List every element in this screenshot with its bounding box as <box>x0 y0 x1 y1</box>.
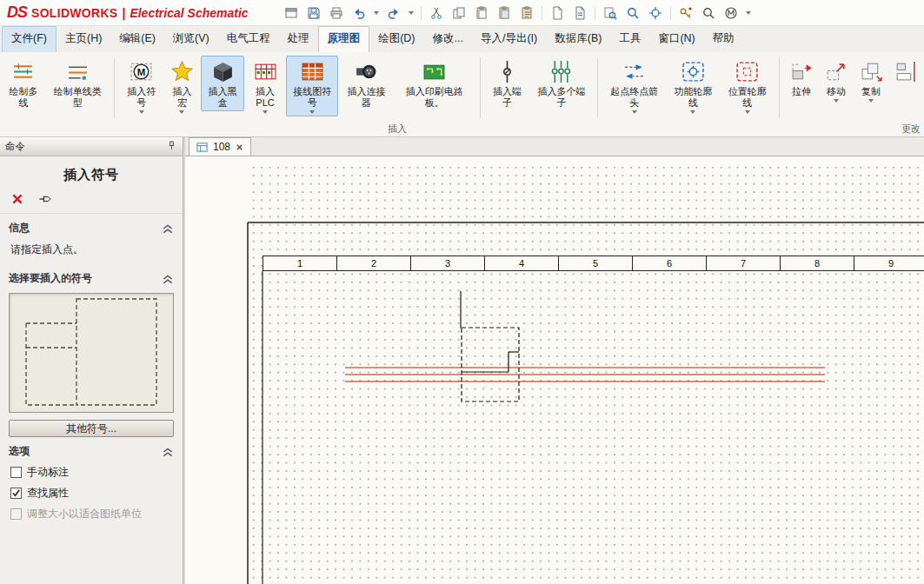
insert-plc-button[interactable]: 插入PLC <box>246 56 284 116</box>
duplicate-icon <box>858 58 884 84</box>
menu-tab-import-export[interactable]: 导入/导出(I) <box>472 26 546 52</box>
redo-dropdown-icon[interactable] <box>409 11 414 15</box>
ribbon-group-labels: 插入 更改 <box>0 122 924 136</box>
menu-tab-draw[interactable]: 绘图(D) <box>369 26 423 52</box>
insert-blackbox-button[interactable]: 插入黑盒 <box>201 56 244 111</box>
print-icon[interactable] <box>329 5 344 21</box>
button-label: 移动 <box>827 86 846 97</box>
menu-tab-schematic[interactable]: 原理图 <box>318 26 370 52</box>
insert-terminal-button[interactable]: 插入端子 <box>486 56 529 111</box>
clipped-ribbon-button[interactable] <box>889 56 922 87</box>
paste-special-icon[interactable] <box>496 5 512 21</box>
insert-multiple-terminals-button[interactable]: 插入多个端子 <box>531 56 593 111</box>
pin-command-icon[interactable] <box>38 192 52 206</box>
dropdown-caret-icon[interactable] <box>179 110 184 114</box>
button-label: 插入印刷电路板。 <box>398 86 471 109</box>
save-icon[interactable] <box>306 5 322 21</box>
find-attributes-checkbox[interactable] <box>10 488 22 499</box>
dropdown-caret-icon[interactable] <box>745 110 750 114</box>
other-symbols-button[interactable]: 其他符号... <box>9 420 174 437</box>
menu-tab-help[interactable]: 帮助 <box>704 26 743 52</box>
menu-tab-electrical-project[interactable]: 电气工程 <box>218 26 279 52</box>
copy-icon[interactable] <box>451 5 467 21</box>
dropdown-caret-icon[interactable] <box>632 110 637 114</box>
menu-tab-edit[interactable]: 编辑(E) <box>110 26 164 52</box>
wiring-diagram-symbol-button[interactable]: 接线图符号 <box>286 56 338 116</box>
macro-icon[interactable] <box>723 5 739 21</box>
zoom-document-icon[interactable] <box>602 5 618 21</box>
menu-dropdown-icon[interactable] <box>746 11 751 15</box>
button-label: 位置轮廓线 <box>725 86 770 109</box>
ribbon: 绘制多线 绘制单线类型 M 插入符号 插入宏 插入黑盒 <box>0 52 924 137</box>
dropdown-caret-icon[interactable] <box>868 99 874 103</box>
origin-destination-arrow-button[interactable]: 起点终点箭头 <box>603 56 665 116</box>
collapse-chevron-icon[interactable] <box>162 273 174 285</box>
ribbon-separator <box>779 57 780 118</box>
button-label: 插入黑盒 <box>204 86 241 109</box>
drawing-tab-icon <box>196 142 208 153</box>
function-outline-button[interactable]: 功能轮廓线 <box>667 56 719 116</box>
copy-document-icon[interactable] <box>549 5 565 21</box>
document-tab[interactable]: 108 <box>189 137 251 156</box>
dropdown-caret-icon[interactable] <box>690 110 695 114</box>
button-label: 插入宏 <box>169 86 196 109</box>
menu-tab-home[interactable]: 主页(H) <box>57 26 110 52</box>
paste-icon[interactable] <box>474 5 489 21</box>
menu-tab-process[interactable]: 处理 <box>279 26 318 52</box>
drawing-canvas[interactable]: 1 2 3 4 5 6 7 8 9 <box>185 156 924 584</box>
product-name: Electrical Schematic <box>130 6 248 20</box>
symbol-preview[interactable] <box>9 293 174 413</box>
tab-close-icon[interactable] <box>236 143 243 151</box>
cut-icon[interactable] <box>429 5 444 21</box>
crosshair-icon[interactable] <box>648 5 663 21</box>
options-section-title: 选项 <box>9 444 30 459</box>
menu-tab-file[interactable]: 文件(F) <box>2 26 57 52</box>
paste-format-icon[interactable] <box>519 5 535 21</box>
dropdown-caret-icon[interactable] <box>139 110 144 114</box>
insert-pcb-button[interactable]: 插入印刷电路板。 <box>395 56 475 111</box>
collapse-chevron-icon[interactable] <box>162 446 174 458</box>
dropdown-caret-icon[interactable] <box>309 110 315 114</box>
draw-multiline-button[interactable]: 绘制多线 <box>2 56 45 111</box>
draw-multiline-icon <box>10 58 37 84</box>
fit-drawing-units-checkbox <box>10 508 22 520</box>
zoom-icon[interactable] <box>625 5 641 21</box>
copy-button[interactable]: 复制 <box>854 56 887 105</box>
find-attributes-checkbox-row[interactable]: 查找属性 <box>0 482 183 503</box>
paste-document-icon[interactable] <box>572 5 588 21</box>
redo-icon[interactable] <box>386 5 402 21</box>
align-icon <box>893 58 919 84</box>
search-icon[interactable] <box>701 5 716 21</box>
symbol-section-title: 选择要插入的符号 <box>9 271 92 286</box>
insert-connector-button[interactable]: 插入连接器 <box>340 56 392 111</box>
app-window-icon[interactable] <box>283 5 299 21</box>
symbol-section-header[interactable]: 选择要插入的符号 <box>0 264 183 289</box>
insert-symbol-button[interactable]: M 插入符号 <box>120 56 163 116</box>
key-icon[interactable] <box>678 5 694 21</box>
panel-pin-icon[interactable] <box>166 140 177 153</box>
stretch-button[interactable]: 拉伸 <box>785 56 818 100</box>
menu-tab-view[interactable]: 浏览(V) <box>164 26 218 52</box>
move-button[interactable]: 移动 <box>820 56 853 105</box>
manual-mark-checkbox[interactable] <box>10 467 22 478</box>
location-outline-icon <box>735 58 761 84</box>
button-label: 插入PLC <box>249 86 281 109</box>
location-outline-button[interactable]: 位置轮廓线 <box>721 56 774 116</box>
grid-column-label: 9 <box>854 256 924 270</box>
options-section-header[interactable]: 选项 <box>0 437 183 461</box>
collapse-chevron-icon[interactable] <box>162 222 174 235</box>
button-label: 插入连接器 <box>343 86 389 109</box>
undo-icon[interactable] <box>351 5 367 21</box>
insert-macro-button[interactable]: 插入宏 <box>165 56 199 116</box>
menu-tab-tools[interactable]: 工具 <box>610 26 649 52</box>
menu-tab-modify[interactable]: 修改... <box>424 26 472 52</box>
draw-singleline-button[interactable]: 绘制单线类型 <box>47 56 109 111</box>
undo-dropdown-icon[interactable] <box>374 11 379 15</box>
menu-tab-library[interactable]: 数据库(B) <box>546 26 610 52</box>
info-section-header[interactable]: 信息 <box>0 214 183 238</box>
manual-mark-checkbox-row[interactable]: 手动标注 <box>0 461 183 482</box>
close-icon[interactable] <box>10 192 24 206</box>
dropdown-caret-icon[interactable] <box>834 99 839 103</box>
dropdown-caret-icon[interactable] <box>263 110 268 114</box>
menu-tab-window[interactable]: 窗口(N) <box>649 26 703 52</box>
